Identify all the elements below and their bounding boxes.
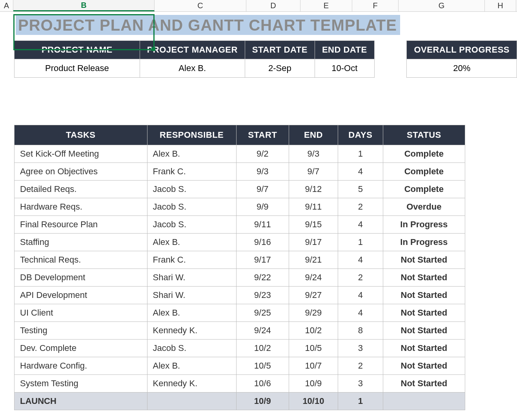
task-name[interactable]: Hardware Config. [15,357,147,375]
task-name[interactable]: Final Resource Plan [15,216,147,234]
task-end[interactable]: 10/10 [289,393,338,410]
task-end[interactable]: 10/7 [289,357,338,375]
task-start[interactable]: 10/5 [236,357,289,375]
task-status[interactable]: Not Started [383,304,465,322]
column-header-A[interactable]: A [0,0,13,11]
task-responsible[interactable]: Alex B. [147,304,236,322]
task-status[interactable]: Overdue [383,198,465,216]
table-row[interactable]: TestingKennedy K.9/2410/28Not Started [15,322,465,340]
task-end[interactable]: 9/3 [289,145,338,163]
task-responsible[interactable]: Alex B. [147,357,236,375]
task-responsible[interactable]: Kennedy K. [147,375,236,393]
table-row[interactable]: Final Resource PlanJacob S.9/119/154In P… [15,216,465,234]
spreadsheet-sheet[interactable]: PROJECT PLAN AND GANTT CHART TEMPLATE PR… [0,12,517,410]
table-row[interactable]: Detailed Reqs.Jacob S.9/79/125Complete [15,181,465,198]
task-days[interactable]: 4 [338,163,383,181]
task-name[interactable]: API Development [15,287,147,304]
task-responsible[interactable]: Frank C. [147,251,236,269]
task-name[interactable]: UI Client [15,304,147,322]
task-responsible[interactable]: Shari W. [147,287,236,304]
task-name[interactable]: Technical Reqs. [15,251,147,269]
task-days[interactable]: 4 [338,287,383,304]
task-responsible[interactable]: Jacob S. [147,216,236,234]
task-start[interactable]: 9/17 [236,251,289,269]
task-name[interactable]: Testing [15,322,147,340]
task-end[interactable]: 9/15 [289,216,338,234]
task-end[interactable]: 9/17 [289,234,338,251]
task-days[interactable]: 2 [338,357,383,375]
task-start[interactable]: 10/6 [236,375,289,393]
launch-row[interactable]: LAUNCH10/910/101 [15,393,465,410]
task-start[interactable]: 10/9 [236,393,289,410]
info-value-overall-progress[interactable]: 20% [407,59,517,78]
task-end[interactable]: 10/9 [289,375,338,393]
info-value-end-date[interactable]: 10-Oct [315,59,374,78]
task-responsible[interactable]: Jacob S. [147,340,236,357]
column-header-F[interactable]: F [352,0,399,11]
task-status[interactable]: Complete [383,145,465,163]
task-days[interactable]: 2 [338,269,383,287]
task-status[interactable]: Not Started [383,251,465,269]
task-responsible[interactable]: Frank C. [147,163,236,181]
task-name[interactable]: LAUNCH [15,393,147,410]
table-row[interactable]: Dev. CompleteJacob S.10/210/53Not Starte… [15,340,465,357]
table-row[interactable]: Hardware Reqs.Jacob S.9/99/112Overdue [15,198,465,216]
column-header-B[interactable]: B [13,0,155,11]
task-end[interactable]: 10/5 [289,340,338,357]
task-status[interactable] [383,393,465,410]
task-days[interactable]: 4 [338,251,383,269]
task-days[interactable]: 1 [338,393,383,410]
task-status[interactable]: Complete [383,181,465,198]
info-value-start-date[interactable]: 2-Sep [245,59,315,78]
table-row[interactable]: UI ClientAlex B.9/259/294Not Started [15,304,465,322]
task-start[interactable]: 9/22 [236,269,289,287]
task-responsible[interactable]: Jacob S. [147,198,236,216]
table-row[interactable]: Set Kick-Off MeetingAlex B.9/29/31Comple… [15,145,465,163]
task-name[interactable]: System Testing [15,375,147,393]
task-end[interactable]: 9/21 [289,251,338,269]
task-end[interactable]: 10/2 [289,322,338,340]
task-start[interactable]: 9/2 [236,145,289,163]
task-end[interactable]: 9/27 [289,287,338,304]
task-days[interactable]: 3 [338,340,383,357]
task-start[interactable]: 9/16 [236,234,289,251]
column-header-H[interactable]: H [485,0,516,11]
task-days[interactable]: 1 [338,234,383,251]
task-name[interactable]: Agree on Objectives [15,163,147,181]
task-days[interactable]: 1 [338,145,383,163]
task-days[interactable]: 4 [338,304,383,322]
task-end[interactable]: 9/24 [289,269,338,287]
task-start[interactable]: 9/25 [236,304,289,322]
task-status[interactable]: Not Started [383,322,465,340]
table-row[interactable]: Agree on ObjectivesFrank C.9/39/74Comple… [15,163,465,181]
task-responsible[interactable]: Shari W. [147,269,236,287]
task-responsible[interactable]: Alex B. [147,145,236,163]
task-days[interactable]: 5 [338,181,383,198]
task-status[interactable]: Not Started [383,269,465,287]
task-name[interactable]: Hardware Reqs. [15,198,147,216]
task-responsible[interactable]: Jacob S. [147,181,236,198]
task-end[interactable]: 9/12 [289,181,338,198]
task-name[interactable]: Set Kick-Off Meeting [15,145,147,163]
table-row[interactable]: System TestingKennedy K.10/610/93Not Sta… [15,375,465,393]
column-header-C[interactable]: C [155,0,246,11]
task-name[interactable]: Dev. Complete [15,340,147,357]
task-start[interactable]: 9/23 [236,287,289,304]
task-status[interactable]: In Progress [383,234,465,251]
task-status[interactable]: Complete [383,163,465,181]
task-status[interactable]: Not Started [383,287,465,304]
task-responsible[interactable]: Kennedy K. [147,322,236,340]
task-days[interactable]: 4 [338,216,383,234]
task-end[interactable]: 9/29 [289,304,338,322]
task-start[interactable]: 9/11 [236,216,289,234]
task-start[interactable]: 9/24 [236,322,289,340]
table-row[interactable]: DB DevelopmentShari W.9/229/242Not Start… [15,269,465,287]
task-end[interactable]: 9/7 [289,163,338,181]
column-header-G[interactable]: G [399,0,485,11]
table-row[interactable]: Technical Reqs.Frank C.9/179/214Not Star… [15,251,465,269]
task-start[interactable]: 10/2 [236,340,289,357]
info-value-project-name[interactable]: Product Release [15,59,140,78]
task-start[interactable]: 9/7 [236,181,289,198]
task-status[interactable]: In Progress [383,216,465,234]
task-responsible[interactable]: Alex B. [147,234,236,251]
